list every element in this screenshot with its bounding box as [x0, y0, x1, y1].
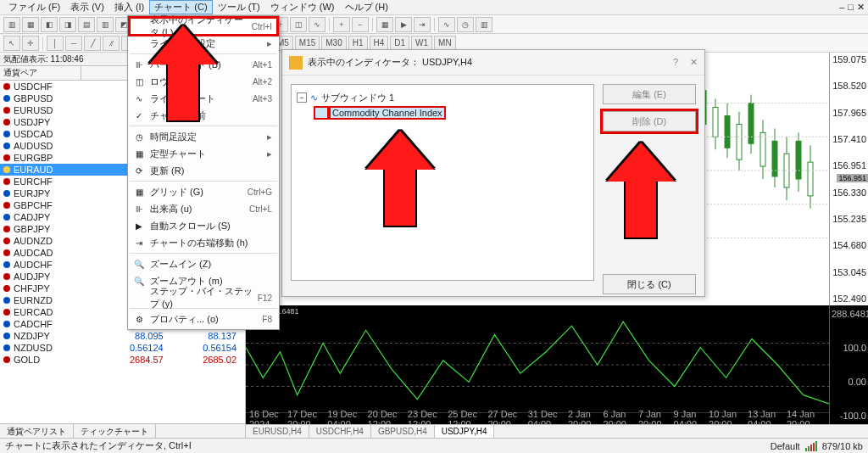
menu-item[interactable]: 🔍ズームイン (Z) [130, 255, 277, 272]
svg-rect-15 [748, 103, 754, 144]
dialog-close-icon[interactable]: ✕ [690, 57, 698, 68]
menu-item[interactable]: ⊪出来高 (u)Ctrl+L [130, 200, 277, 217]
menu-item[interactable]: ▶自動スクロール (S) [130, 217, 277, 234]
cci-subwindow[interactable]: CCI -151.6481 288.6481100.00.00-100.0 16… [246, 305, 868, 424]
templates-icon[interactable]: ▥ [476, 17, 492, 32]
menu-item[interactable]: ⟳更新 (R) [130, 162, 277, 179]
tf-h1[interactable]: H1 [348, 36, 368, 51]
trendline-icon[interactable]: ╱ [84, 36, 101, 51]
annotation-arrow-delete [607, 143, 675, 239]
autoscroll-icon[interactable]: ▶ [395, 17, 412, 32]
connection-icon [805, 441, 817, 451]
menu-insert[interactable]: 挿入 (I) [109, 0, 149, 14]
channel-icon[interactable]: ⫽ [103, 36, 120, 51]
svg-rect-17 [760, 132, 765, 166]
annotation-arrow-menu [149, 25, 217, 122]
menu-view[interactable]: 表示 (V) [65, 0, 109, 14]
tf-w1[interactable]: W1 [411, 36, 432, 51]
symbol-row-nzdjpy[interactable]: NZDJPY88.09588.137 [0, 330, 245, 342]
indicator-icon [315, 108, 327, 118]
tf-m15[interactable]: M15 [295, 36, 320, 51]
menu-file[interactable]: ファイル (F) [3, 0, 65, 14]
dialog-title: 表示中のインディケータ： USDJPY,H4 [308, 56, 472, 69]
indicator-tree[interactable]: − ∿ サブウィンドウ 1 Commodity Channel Index [291, 84, 594, 281]
crosshair-icon[interactable]: ✛ [22, 36, 39, 51]
svg-rect-13 [737, 124, 742, 159]
maximize-icon[interactable]: □ [848, 2, 854, 13]
candle-chart-icon[interactable]: ◫ [290, 17, 307, 32]
market-watch-icon[interactable]: ◧ [41, 17, 58, 32]
symbol-row-gold[interactable]: GOLD2684.572685.02 [0, 354, 245, 366]
menu-tools[interactable]: ツール (T) [213, 0, 265, 14]
zoom-in-icon[interactable]: + [333, 17, 350, 32]
tree-collapse-icon[interactable]: − [297, 92, 307, 103]
new-chart-icon[interactable]: ▥ [3, 17, 20, 32]
terminal-icon[interactable]: ▥ [97, 17, 114, 32]
help-icon[interactable]: ? [673, 57, 678, 68]
tf-mn[interactable]: MN [434, 36, 456, 51]
menubar: ファイル (F) 表示 (V) 挿入 (I) チャート (C) ツール (T) … [0, 0, 868, 15]
vline-icon[interactable]: │ [47, 36, 64, 51]
svg-rect-11 [725, 116, 730, 148]
data-window-icon[interactable]: ▤ [78, 17, 95, 32]
annotation-arrow-tree [366, 131, 434, 227]
col-symbol[interactable]: 通貨ペア [0, 66, 81, 80]
status-traffic: 879/10 kb [822, 441, 863, 451]
tree-root-label[interactable]: サブウィンドウ 1 [321, 92, 394, 104]
status-bar: チャートに表示されたインディケータ, Ctrl+I Default 879/10… [0, 438, 868, 453]
indicators-icon[interactable]: ∿ [438, 17, 455, 32]
line-chart-icon[interactable]: ∿ [309, 17, 326, 32]
symbol-row-nzdusd[interactable]: NZDUSD0.561240.56154 [0, 342, 245, 354]
shift-icon[interactable]: ⇥ [414, 17, 431, 32]
tree-item-cci[interactable]: Commodity Channel Index [331, 108, 444, 118]
menu-item[interactable]: ▦グリッド (G)Ctrl+G [130, 183, 277, 200]
periodicity-icon[interactable]: ◷ [457, 17, 474, 32]
cursor-icon[interactable]: ↖ [3, 36, 20, 51]
edit-button[interactable]: 編集 (E) [603, 84, 696, 104]
price-now: 156.951 [837, 174, 868, 182]
menu-window[interactable]: ウィンドウ (W) [265, 0, 340, 14]
zoom-out-icon[interactable]: − [352, 17, 369, 32]
svg-rect-25 [808, 162, 813, 196]
navigator-icon[interactable]: ◨ [59, 17, 76, 32]
menu-item[interactable]: ⇥チャートの右端移動 (h) [130, 234, 277, 251]
profiles-icon[interactable]: ▦ [22, 17, 39, 32]
close-icon[interactable]: ✕ [857, 2, 865, 13]
menu-item[interactable]: ◷時間足設定▸ [130, 128, 277, 145]
svg-rect-19 [772, 141, 777, 176]
delete-button[interactable]: 削除 (D) [603, 111, 696, 131]
close-button[interactable]: 閉じる (C) [603, 274, 696, 294]
svg-rect-9 [713, 108, 718, 137]
minimize-icon[interactable]: – [839, 2, 844, 13]
tf-m30[interactable]: M30 [321, 36, 346, 51]
menu-item[interactable]: ⚙プロパティ... (o)F8 [130, 310, 277, 327]
subwindow-icon: ∿ [310, 92, 318, 103]
dialog-icon [289, 56, 303, 70]
menu-item[interactable]: ▦定型チャート▸ [130, 145, 277, 162]
hline-icon[interactable]: ─ [65, 36, 82, 51]
menu-chart[interactable]: チャート (C) [149, 0, 212, 14]
status-profile: Default [771, 441, 800, 451]
menu-item[interactable]: ステップ・バイ・ステップ (y)F12 [130, 289, 277, 306]
tf-d1[interactable]: D1 [390, 36, 409, 51]
menu-help[interactable]: ヘルプ (H) [340, 0, 393, 14]
status-hint: チャートに表示されたインディケータ, Ctrl+I [5, 439, 192, 452]
tf-h4[interactable]: H4 [370, 36, 389, 51]
svg-rect-23 [796, 141, 801, 179]
tile-icon[interactable]: ▦ [376, 17, 393, 32]
